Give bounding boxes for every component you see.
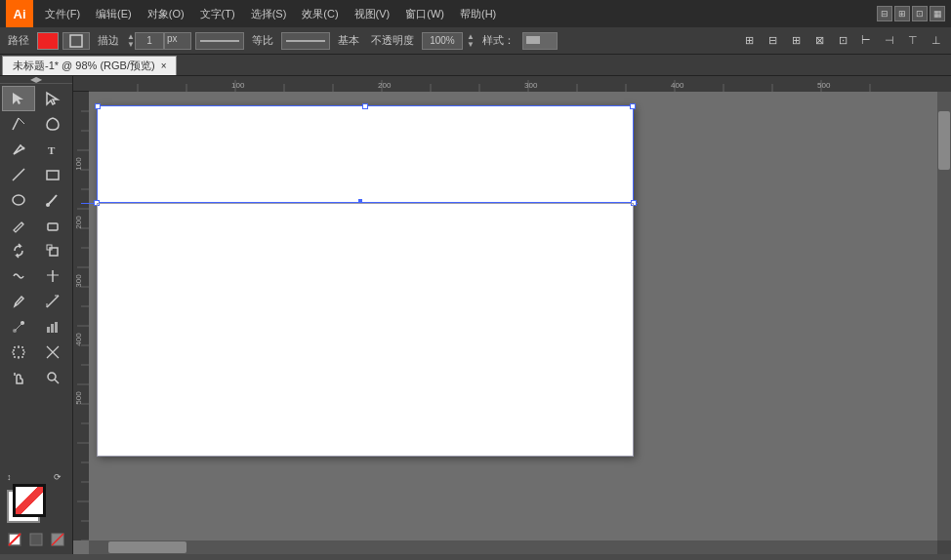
title-bar: Ai 文件(F) 编辑(E) 对象(O) 文字(T) 选择(S) 效果(C) 视… (0, 0, 951, 27)
svg-point-11 (46, 203, 50, 207)
win-minimize[interactable]: ⊟ (877, 6, 892, 21)
stroke-unit-select[interactable]: px (164, 32, 191, 50)
menu-text[interactable]: 文字(T) (192, 3, 243, 25)
scrollbar-horizontal-thumb[interactable] (108, 541, 186, 553)
pencil-tool[interactable] (2, 213, 35, 238)
svg-line-8 (13, 169, 24, 180)
canvas-paper[interactable] (97, 105, 634, 457)
svg-line-5 (19, 118, 24, 124)
win-maximize[interactable]: ⊞ (894, 6, 910, 21)
svg-text:200: 200 (378, 81, 392, 90)
scrollbar-vertical[interactable] (937, 92, 951, 540)
opacity-down[interactable]: ▼ (467, 41, 475, 49)
svg-text:300: 300 (524, 81, 538, 90)
style-label: 样式： (478, 33, 518, 48)
select-tool[interactable] (2, 86, 35, 111)
menu-edit[interactable]: 编辑(E) (88, 3, 140, 25)
width-tool[interactable] (36, 263, 69, 289)
scrollbar-corner (937, 540, 951, 554)
handle-mr (631, 200, 637, 206)
menu-file[interactable]: 文件(F) (37, 3, 88, 25)
line-tool[interactable] (2, 162, 35, 187)
sidebar-collapse[interactable]: ◀▶ (0, 76, 72, 84)
svg-rect-25 (47, 327, 50, 333)
measure-tool[interactable] (36, 289, 69, 314)
distribute-icon6[interactable]: ⊥ (926, 31, 947, 51)
align-icon2[interactable]: ⊞ (785, 31, 806, 51)
distribute-icon3[interactable]: ⊢ (855, 31, 877, 51)
scale-tool[interactable] (36, 238, 69, 263)
arrange-icon[interactable]: ⊞ (738, 31, 760, 51)
distribute-icon5[interactable]: ⊤ (902, 31, 924, 51)
svg-text:200: 200 (74, 216, 83, 229)
lasso-tool[interactable] (36, 111, 69, 137)
svg-text:400: 400 (671, 81, 684, 90)
svg-text:100: 100 (74, 157, 83, 171)
blend-tool[interactable] (2, 314, 35, 340)
scrollbar-vertical-thumb[interactable] (938, 111, 950, 170)
stroke-type-select[interactable] (62, 32, 90, 50)
document-tab[interactable]: 未标题-1* @ 98% (RGB/预览) × (2, 56, 177, 75)
opacity-input[interactable]: 100% (422, 32, 463, 50)
svg-rect-13 (48, 223, 58, 230)
stroke-selector (62, 32, 90, 50)
direct-select-tool[interactable] (36, 86, 69, 111)
scrollbar-horizontal[interactable] (89, 540, 937, 554)
menu-help[interactable]: 帮助(H) (452, 3, 504, 25)
main-area: ◀▶ T (0, 76, 951, 554)
fill-mode-solid[interactable] (6, 531, 23, 548)
menu-window[interactable]: 窗口(W) (397, 3, 452, 25)
slice-tool[interactable] (36, 340, 69, 365)
reset-colors-btn[interactable]: ⟳ (54, 472, 62, 482)
tab-close-btn[interactable]: × (161, 60, 167, 71)
menu-effect[interactable]: 效果(C) (294, 3, 346, 25)
column-graph-tool[interactable] (36, 314, 69, 340)
warp-tool[interactable] (2, 263, 35, 289)
paintbrush-tool[interactable] (36, 187, 69, 213)
menu-object[interactable]: 对象(O) (140, 3, 192, 25)
swap-colors-btn[interactable]: ↕ (7, 472, 12, 482)
rect-tool[interactable] (36, 162, 69, 187)
stroke-label: 描边 (94, 33, 123, 48)
align-icon1[interactable]: ⊟ (762, 31, 783, 51)
stroke-width-input[interactable] (135, 32, 164, 50)
fill-mode-row (4, 531, 68, 548)
ellipse-tool[interactable] (2, 187, 35, 213)
menu-select[interactable]: 选择(S) (243, 3, 295, 25)
stroke-color-box[interactable] (37, 32, 59, 50)
style-select[interactable] (522, 32, 558, 50)
pen-tool[interactable] (2, 137, 35, 162)
magic-wand-tool[interactable] (2, 111, 35, 137)
menu-view[interactable]: 视图(V) (347, 3, 398, 25)
eyedropper-tool[interactable] (2, 289, 35, 314)
svg-line-24 (15, 323, 22, 331)
svg-point-18 (15, 303, 17, 305)
canvas-area[interactable]: 100200 300400 500 (73, 76, 951, 554)
svg-line-19 (47, 296, 59, 307)
color-controls: ↕ ⟳ (0, 464, 72, 554)
win-icon1[interactable]: ⊡ (912, 6, 928, 21)
tool-grid: T (0, 84, 72, 392)
type-tool[interactable]: T (36, 137, 69, 162)
distribute-icon2[interactable]: ⊡ (832, 31, 853, 51)
ruler-top: 100200 300400 500 (73, 76, 951, 92)
zoom-tool[interactable] (36, 365, 69, 390)
fill-mode-gradient[interactable] (27, 531, 45, 548)
stroke-down[interactable]: ▼ (127, 41, 135, 49)
svg-line-12 (21, 222, 23, 224)
distribute-icon4[interactable]: ⊣ (879, 31, 900, 51)
svg-point-6 (22, 147, 25, 150)
opacity-label: 不透明度 (367, 33, 418, 48)
svg-rect-14 (50, 248, 58, 256)
foreground-swatch[interactable] (13, 484, 46, 517)
fill-mode-none[interactable] (49, 531, 66, 548)
hand-tool[interactable] (2, 365, 35, 390)
base-preview (281, 32, 330, 50)
eraser-tool[interactable] (36, 213, 69, 238)
svg-rect-1 (526, 36, 540, 44)
win-icon2[interactable]: ▦ (930, 6, 945, 21)
rotate-tool[interactable] (2, 238, 35, 263)
distribute-icon1[interactable]: ⊠ (808, 31, 830, 51)
color-swatch-area[interactable]: ↕ ⟳ (7, 472, 65, 523)
artboard-tool[interactable] (2, 340, 35, 365)
